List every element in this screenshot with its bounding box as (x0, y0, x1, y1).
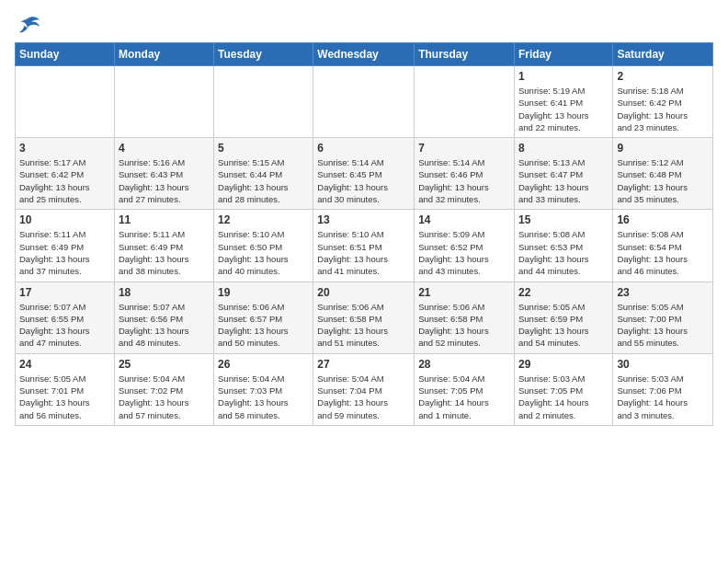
day-number: 15 (518, 213, 609, 226)
weekday-header: Wednesday (313, 43, 415, 66)
day-number: 20 (317, 286, 410, 299)
calendar-cell: 16Sunrise: 5:08 AM Sunset: 6:54 PM Dayli… (613, 210, 713, 282)
calendar-cell: 23Sunrise: 5:05 AM Sunset: 7:00 PM Dayli… (613, 282, 713, 353)
calendar-cell (114, 66, 213, 138)
weekday-header: Tuesday (214, 43, 313, 66)
day-number: 8 (518, 142, 609, 155)
day-number: 9 (617, 142, 709, 155)
day-info: Sunrise: 5:13 AM Sunset: 6:47 PM Dayligh… (518, 156, 609, 205)
calendar-cell: 5Sunrise: 5:15 AM Sunset: 6:44 PM Daylig… (214, 138, 313, 210)
day-info: Sunrise: 5:10 AM Sunset: 6:50 PM Dayligh… (218, 228, 309, 277)
calendar-cell: 21Sunrise: 5:06 AM Sunset: 6:58 PM Dayli… (415, 282, 515, 353)
calendar-cell: 2Sunrise: 5:18 AM Sunset: 6:42 PM Daylig… (613, 66, 713, 138)
calendar-week-row: 10Sunrise: 5:11 AM Sunset: 6:49 PM Dayli… (16, 210, 713, 282)
calendar-cell: 12Sunrise: 5:10 AM Sunset: 6:50 PM Dayli… (214, 210, 313, 282)
day-info: Sunrise: 5:06 AM Sunset: 6:58 PM Dayligh… (418, 301, 510, 350)
calendar-cell: 28Sunrise: 5:04 AM Sunset: 7:05 PM Dayli… (415, 353, 515, 425)
calendar-cell (415, 66, 515, 138)
calendar-week-row: 1Sunrise: 5:19 AM Sunset: 6:41 PM Daylig… (16, 66, 713, 138)
day-info: Sunrise: 5:04 AM Sunset: 7:05 PM Dayligh… (418, 373, 510, 421)
day-info: Sunrise: 5:16 AM Sunset: 6:43 PM Dayligh… (119, 156, 210, 205)
calendar-cell: 6Sunrise: 5:14 AM Sunset: 6:45 PM Daylig… (313, 138, 415, 210)
day-number: 14 (418, 213, 510, 226)
calendar-week-row: 3Sunrise: 5:17 AM Sunset: 6:42 PM Daylig… (16, 138, 713, 210)
weekday-header: Friday (514, 43, 612, 66)
day-info: Sunrise: 5:15 AM Sunset: 6:44 PM Dayligh… (218, 156, 309, 205)
header (15, 15, 713, 35)
day-info: Sunrise: 5:12 AM Sunset: 6:48 PM Dayligh… (617, 156, 709, 205)
day-number: 22 (518, 286, 609, 299)
day-number: 10 (19, 213, 110, 226)
day-number: 19 (218, 286, 309, 299)
calendar-week-row: 24Sunrise: 5:05 AM Sunset: 7:01 PM Dayli… (16, 353, 713, 425)
day-info: Sunrise: 5:08 AM Sunset: 6:53 PM Dayligh… (518, 228, 609, 277)
calendar-cell: 7Sunrise: 5:14 AM Sunset: 6:46 PM Daylig… (415, 138, 515, 210)
day-info: Sunrise: 5:07 AM Sunset: 6:55 PM Dayligh… (19, 301, 110, 350)
calendar-cell: 26Sunrise: 5:04 AM Sunset: 7:03 PM Dayli… (214, 353, 313, 425)
day-number: 4 (119, 142, 210, 155)
day-number: 16 (617, 213, 709, 226)
calendar-cell: 1Sunrise: 5:19 AM Sunset: 6:41 PM Daylig… (514, 66, 612, 138)
day-info: Sunrise: 5:08 AM Sunset: 6:54 PM Dayligh… (617, 228, 709, 277)
day-info: Sunrise: 5:14 AM Sunset: 6:46 PM Dayligh… (418, 156, 510, 205)
weekday-header: Saturday (613, 43, 713, 66)
calendar-cell (16, 66, 115, 138)
day-number: 3 (19, 142, 110, 155)
weekday-header: Monday (114, 43, 213, 66)
day-info: Sunrise: 5:04 AM Sunset: 7:03 PM Dayligh… (218, 373, 309, 421)
day-number: 24 (19, 358, 110, 371)
calendar-cell: 22Sunrise: 5:05 AM Sunset: 6:59 PM Dayli… (514, 282, 612, 353)
calendar-cell: 27Sunrise: 5:04 AM Sunset: 7:04 PM Dayli… (313, 353, 415, 425)
day-number: 27 (317, 358, 410, 371)
calendar-cell: 15Sunrise: 5:08 AM Sunset: 6:53 PM Dayli… (514, 210, 612, 282)
calendar: SundayMondayTuesdayWednesdayThursdayFrid… (15, 42, 713, 426)
calendar-cell: 17Sunrise: 5:07 AM Sunset: 6:55 PM Dayli… (16, 282, 115, 353)
day-info: Sunrise: 5:19 AM Sunset: 6:41 PM Dayligh… (518, 85, 609, 133)
weekday-header-row: SundayMondayTuesdayWednesdayThursdayFrid… (16, 43, 713, 66)
calendar-cell: 8Sunrise: 5:13 AM Sunset: 6:47 PM Daylig… (514, 138, 612, 210)
day-info: Sunrise: 5:05 AM Sunset: 6:59 PM Dayligh… (518, 301, 609, 350)
calendar-cell: 29Sunrise: 5:03 AM Sunset: 7:05 PM Dayli… (514, 353, 612, 425)
day-info: Sunrise: 5:07 AM Sunset: 6:56 PM Dayligh… (119, 301, 210, 350)
day-number: 2 (617, 70, 709, 83)
day-info: Sunrise: 5:11 AM Sunset: 6:49 PM Dayligh… (19, 228, 110, 277)
day-info: Sunrise: 5:09 AM Sunset: 6:52 PM Dayligh… (418, 228, 510, 277)
day-number: 11 (119, 213, 210, 226)
day-info: Sunrise: 5:14 AM Sunset: 6:45 PM Dayligh… (317, 156, 410, 205)
day-info: Sunrise: 5:06 AM Sunset: 6:57 PM Dayligh… (218, 301, 309, 350)
calendar-cell (214, 66, 313, 138)
day-number: 26 (218, 358, 309, 371)
day-number: 5 (218, 142, 309, 155)
day-number: 12 (218, 213, 309, 226)
calendar-cell: 30Sunrise: 5:03 AM Sunset: 7:06 PM Dayli… (613, 353, 713, 425)
calendar-cell: 24Sunrise: 5:05 AM Sunset: 7:01 PM Dayli… (16, 353, 115, 425)
logo (15, 15, 44, 35)
calendar-cell: 20Sunrise: 5:06 AM Sunset: 6:58 PM Dayli… (313, 282, 415, 353)
day-number: 18 (119, 286, 210, 299)
calendar-cell (313, 66, 415, 138)
weekday-header: Thursday (415, 43, 515, 66)
logo-bird-icon (15, 15, 40, 35)
calendar-cell: 11Sunrise: 5:11 AM Sunset: 6:49 PM Dayli… (114, 210, 213, 282)
calendar-cell: 14Sunrise: 5:09 AM Sunset: 6:52 PM Dayli… (415, 210, 515, 282)
calendar-cell: 9Sunrise: 5:12 AM Sunset: 6:48 PM Daylig… (613, 138, 713, 210)
calendar-week-row: 17Sunrise: 5:07 AM Sunset: 6:55 PM Dayli… (16, 282, 713, 353)
day-info: Sunrise: 5:10 AM Sunset: 6:51 PM Dayligh… (317, 228, 410, 277)
day-number: 25 (119, 358, 210, 371)
calendar-cell: 10Sunrise: 5:11 AM Sunset: 6:49 PM Dayli… (16, 210, 115, 282)
weekday-header: Sunday (16, 43, 115, 66)
calendar-cell: 25Sunrise: 5:04 AM Sunset: 7:02 PM Dayli… (114, 353, 213, 425)
day-info: Sunrise: 5:18 AM Sunset: 6:42 PM Dayligh… (617, 85, 709, 133)
day-number: 7 (418, 142, 510, 155)
day-number: 21 (418, 286, 510, 299)
day-number: 17 (19, 286, 110, 299)
calendar-cell: 13Sunrise: 5:10 AM Sunset: 6:51 PM Dayli… (313, 210, 415, 282)
day-info: Sunrise: 5:05 AM Sunset: 7:01 PM Dayligh… (19, 373, 110, 421)
day-number: 6 (317, 142, 410, 155)
day-number: 13 (317, 213, 410, 226)
day-info: Sunrise: 5:04 AM Sunset: 7:04 PM Dayligh… (317, 373, 410, 421)
day-info: Sunrise: 5:05 AM Sunset: 7:00 PM Dayligh… (617, 301, 709, 350)
day-info: Sunrise: 5:03 AM Sunset: 7:06 PM Dayligh… (617, 373, 709, 421)
day-info: Sunrise: 5:17 AM Sunset: 6:42 PM Dayligh… (19, 156, 110, 205)
calendar-cell: 19Sunrise: 5:06 AM Sunset: 6:57 PM Dayli… (214, 282, 313, 353)
